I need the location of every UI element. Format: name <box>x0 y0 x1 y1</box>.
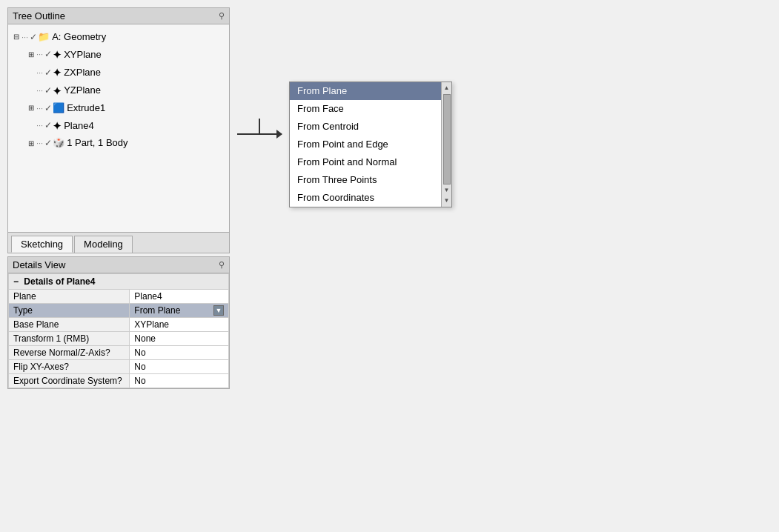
check-xyplane: ✓ <box>44 47 52 61</box>
dropdown-item-from_plane[interactable]: From Plane <box>290 82 441 100</box>
connector-vertical-line <box>259 119 260 133</box>
details-section-minus[interactable]: − <box>13 276 19 287</box>
dot-icon-extrude1: ··· <box>36 102 43 116</box>
dropdown-item-from_centroid[interactable]: From Centroid <box>290 118 441 136</box>
details-value-type[interactable]: From Plane▼ <box>130 304 229 318</box>
scroll-bottom-arrow[interactable]: ▼ <box>442 196 451 205</box>
tree-node-plane4[interactable]: ··· ✓ ✦ Plane4 <box>11 117 226 135</box>
label-extrude1: Extrude1 <box>67 101 105 116</box>
details-section-title: Details of Plane4 <box>24 276 95 287</box>
tree-node-yzplane[interactable]: ··· ✓ ✦ YZPlane <box>11 82 226 100</box>
dropdown-arrow-type[interactable]: ▼ <box>213 305 224 316</box>
scroll-up-arrow[interactable]: ▲ <box>442 84 451 93</box>
check-geometry: ✓ <box>30 30 37 44</box>
scroll-thumb[interactable] <box>443 94 451 184</box>
tree-outline-header: Tree Outline ⚲ <box>8 8 229 24</box>
connector-horizontal-arrow <box>237 133 282 135</box>
details-view-panel: Details View ⚲ − Details of Plane4 Plane… <box>7 256 230 389</box>
expand-icon-geometry[interactable]: ⊟ <box>11 31 21 43</box>
dot-icon-plane4: ··· <box>36 119 43 133</box>
dropdown-scrollbar: ▲ ▼ ▼ <box>441 82 451 207</box>
icon-xyplane: ✦ <box>53 47 62 63</box>
dot-icon-geometry: ··· <box>21 31 28 44</box>
expand-icon-1part1body[interactable]: ⊞ <box>26 138 36 150</box>
icon-1part1body: 🎲 <box>53 136 64 151</box>
tree-node-extrude1[interactable]: ⊞ ··· ✓ 🟦 Extrude1 <box>11 100 226 117</box>
label-zxplane: ZXPlane <box>64 65 101 81</box>
details-label-type: Type <box>9 304 130 318</box>
label-plane4: Plane4 <box>64 119 93 134</box>
icon-geometry: 📁 <box>38 30 50 45</box>
details-label-transform1: Transform 1 (RMB) <box>9 332 130 346</box>
details-value-transform1: None <box>130 332 229 346</box>
details-value-export_coord: No <box>130 374 229 388</box>
tab-modeling[interactable]: Modeling <box>74 236 133 253</box>
dot-icon-xyplane: ··· <box>36 48 43 61</box>
label-1part1body: 1 Part, 1 Body <box>67 136 127 151</box>
check-1part1body: ✓ <box>44 136 52 150</box>
details-view-title: Details View <box>13 259 65 270</box>
details-value-plane: Plane4 <box>130 290 229 304</box>
dot-icon-1part1body: ··· <box>36 137 43 150</box>
scroll-down-arrow[interactable]: ▼ <box>442 186 451 195</box>
tree-outline-panel: Tree Outline ⚲ ⊟ ··· ✓ 📁 A: Geometry ⊞ ·… <box>7 7 230 253</box>
details-pin-icon[interactable]: ⚲ <box>219 260 225 270</box>
icon-yzplane: ✦ <box>53 83 62 99</box>
label-yzplane: YZPlane <box>64 83 101 99</box>
details-label-plane: Plane <box>9 290 130 304</box>
dropdown-item-from_coordinates[interactable]: From Coordinates <box>290 189 441 207</box>
details-value-base_plane: XYPlane <box>130 318 229 332</box>
dropdown-popup: From PlaneFrom FaceFrom CentroidFrom Poi… <box>289 82 452 207</box>
tree-node-1part1body[interactable]: ⊞ ··· ✓ 🎲 1 Part, 1 Body <box>11 135 226 152</box>
details-table: − Details of Plane4 PlanePlane4TypeFrom … <box>8 273 229 388</box>
expand-icon-extrude1[interactable]: ⊞ <box>26 102 36 114</box>
label-geometry: A: Geometry <box>52 30 106 45</box>
details-value-flip_xy: No <box>130 360 229 374</box>
icon-plane4: ✦ <box>53 118 62 134</box>
expand-icon-xyplane[interactable]: ⊞ <box>26 49 36 61</box>
icon-zxplane: ✦ <box>53 64 62 81</box>
dropdown-list: From PlaneFrom FaceFrom CentroidFrom Poi… <box>290 82 441 207</box>
details-label-base_plane: Base Plane <box>9 318 130 332</box>
details-label-reverse_normal: Reverse Normal/Z-Axis? <box>9 346 130 360</box>
pin-icon[interactable]: ⚲ <box>219 11 225 21</box>
dropdown-value-type: From Plane <box>134 305 180 316</box>
dot-icon-zxplane: ··· <box>36 67 43 80</box>
dropdown-item-from_point_edge[interactable]: From Point and Edge <box>290 136 441 153</box>
dot-icon-yzplane: ··· <box>36 84 43 98</box>
details-value-reverse_normal: No <box>130 346 229 360</box>
tree-node-geometry[interactable]: ⊟ ··· ✓ 📁 A: Geometry <box>11 29 226 46</box>
dropdown-item-from_face[interactable]: From Face <box>290 100 441 118</box>
details-label-flip_xy: Flip XY-Axes? <box>9 360 130 374</box>
icon-extrude1: 🟦 <box>53 101 64 116</box>
label-xyplane: XYPlane <box>64 47 102 63</box>
tree-outline-title: Tree Outline <box>13 10 65 21</box>
details-view-header: Details View ⚲ <box>8 257 229 273</box>
check-extrude1: ✓ <box>44 102 52 116</box>
details-label-export_coord: Export Coordinate System? <box>9 374 130 388</box>
dropdown-item-from_point_normal[interactable]: From Point and Normal <box>290 153 441 171</box>
tree-node-zxplane[interactable]: ··· ✓ ✦ ZXPlane <box>11 64 226 82</box>
tab-bar: Sketching Modeling <box>8 232 229 253</box>
dropdown-item-from_three_points[interactable]: From Three Points <box>290 171 441 189</box>
check-yzplane: ✓ <box>44 84 52 98</box>
tree-node-xyplane[interactable]: ⊞ ··· ✓ ✦ XYPlane <box>11 46 226 64</box>
connector-area <box>230 96 289 135</box>
tree-outline-body: ⊟ ··· ✓ 📁 A: Geometry ⊞ ··· ✓ ✦ XYPlane … <box>8 24 229 232</box>
check-plane4: ✓ <box>44 119 52 133</box>
tab-sketching[interactable]: Sketching <box>11 236 73 253</box>
check-zxplane: ✓ <box>44 66 52 80</box>
